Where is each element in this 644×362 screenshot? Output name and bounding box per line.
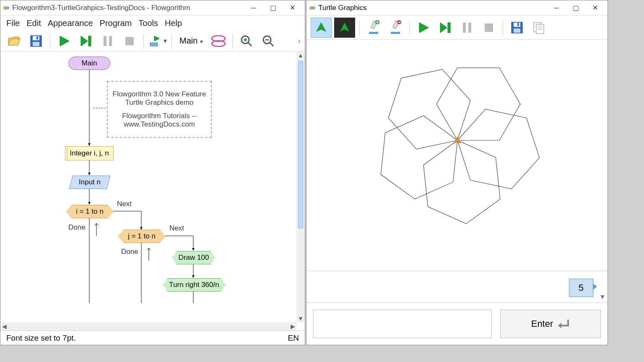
window-title: Flowgorithm3-TurtleGrahpics-TestingDocs …	[3, 4, 190, 12]
open-button[interactable]	[5, 32, 24, 50]
declare-shape[interactable]: Integer i, j, n	[65, 146, 114, 160]
turtle-canvas[interactable]	[306, 40, 608, 271]
output-scroll-down-icon[interactable]: ▼	[597, 271, 608, 303]
terminator-main[interactable]: Main	[68, 57, 110, 70]
turtle-drawing	[306, 40, 608, 241]
app-icon	[3, 5, 10, 11]
minimize-button[interactable]: ─	[247, 3, 260, 13]
svg-rect-5	[36, 36, 38, 39]
turtle-window: Turtle Graphics ─ ▢ ✕	[306, 0, 608, 345]
svg-point-1	[6, 6, 9, 10]
scroll-thumb[interactable]	[298, 61, 303, 228]
close-button[interactable]: ✕	[588, 3, 602, 13]
turtle-light-button[interactable]	[311, 18, 332, 38]
flowgorithm-window: Flowgorithm3-TurtleGrahpics-TestingDocs …	[0, 0, 305, 345]
new-function-button[interactable]	[209, 32, 228, 50]
language-indicator: EN	[288, 334, 299, 343]
titlebar: Flowgorithm3-TurtleGrahpics-TestingDocs …	[0, 0, 305, 16]
loop-j-shape[interactable]: j = 1 to n	[118, 230, 166, 243]
close-button[interactable]: ✕	[286, 3, 299, 13]
svg-rect-7	[104, 36, 106, 46]
svg-rect-45	[514, 23, 520, 27]
menu-program[interactable]: Program	[100, 18, 132, 28]
minimize-button[interactable]: ─	[550, 3, 563, 13]
label-next-1: Next	[117, 200, 132, 208]
save-button[interactable]	[26, 32, 46, 50]
svg-rect-46	[514, 28, 520, 33]
statusbar: Font size set to 7pt. EN	[0, 331, 305, 345]
comment-box[interactable]: Flowgorithm 3.0 New Feature Turtle Graph…	[107, 81, 212, 138]
scroll-right-icon[interactable]: ▶	[289, 323, 296, 330]
turtle-titlebar: Turtle Graphics ─ ▢ ✕	[306, 0, 608, 16]
svg-rect-37	[391, 32, 400, 34]
svg-rect-4	[33, 42, 39, 46]
status-text: Font size set to 7pt.	[6, 334, 76, 343]
scroll-down-icon[interactable]: ▼	[297, 315, 304, 322]
layout-button[interactable]: ▾	[148, 32, 167, 50]
enter-button[interactable]: Enter	[500, 310, 601, 338]
svg-rect-49	[536, 24, 544, 34]
step-button[interactable]	[76, 32, 96, 50]
svg-rect-10	[150, 43, 153, 46]
flowchart-canvas[interactable]: Main Flowgorithm 3.0 New Feature Turtle …	[0, 52, 305, 331]
pen-up-button[interactable]	[386, 19, 405, 36]
svg-rect-6	[88, 36, 91, 46]
turtle-run-button[interactable]	[414, 19, 433, 36]
turtle-step-button[interactable]	[436, 19, 455, 36]
svg-line-19	[270, 43, 273, 46]
output-value: 5	[569, 279, 593, 297]
svg-rect-47	[517, 23, 519, 26]
draw-shape[interactable]: Draw 100	[172, 251, 215, 264]
pen-down-button[interactable]	[364, 19, 383, 36]
menu-edit[interactable]: Edit	[26, 18, 41, 28]
turtle-window-controls: ─ ▢ ✕	[550, 3, 605, 13]
turtle-dark-button[interactable]	[334, 18, 355, 38]
svg-rect-3	[33, 36, 39, 40]
input-shape[interactable]: Input n	[69, 176, 111, 189]
toolbar-overflow-icon[interactable]: ›	[298, 36, 301, 46]
label-next-2: Next	[169, 224, 184, 233]
horizontal-scrollbar[interactable]: ◀ ▶	[0, 322, 296, 331]
menu-help[interactable]: Help	[165, 18, 182, 28]
menu-appearance[interactable]: Appearance	[48, 18, 93, 28]
maximize-button[interactable]: ▢	[266, 3, 280, 13]
turtle-stop-button[interactable]	[479, 19, 499, 36]
svg-rect-8	[109, 36, 112, 46]
menu-tools[interactable]: Tools	[138, 18, 158, 28]
svg-rect-41	[463, 23, 466, 33]
menu-file[interactable]: File	[6, 18, 20, 28]
svg-point-30	[312, 6, 315, 10]
stop-button[interactable]	[120, 32, 139, 50]
turtle-save-button[interactable]	[507, 19, 527, 36]
output-panel: 5 ▼	[306, 271, 608, 303]
window-controls: ─ ▢ ✕	[247, 3, 302, 13]
svg-rect-40	[448, 23, 450, 33]
svg-rect-11	[154, 43, 158, 46]
zoom-in-button[interactable]	[237, 32, 256, 50]
console-input[interactable]	[313, 310, 492, 338]
turn-shape[interactable]: Turn right 360/n	[163, 278, 225, 292]
run-button[interactable]	[55, 32, 74, 50]
svg-rect-43	[485, 23, 493, 32]
maximize-button[interactable]: ▢	[569, 3, 582, 13]
loop-i-shape[interactable]: i = 1 to n	[66, 205, 114, 218]
turtle-toolbar	[306, 16, 608, 40]
svg-rect-32	[369, 32, 378, 34]
svg-rect-42	[468, 23, 471, 33]
scroll-up-icon[interactable]: ▲	[297, 52, 304, 59]
app-icon	[309, 5, 316, 11]
vertical-scrollbar[interactable]: ▲ ▼	[296, 52, 305, 322]
function-selector[interactable]: Main ▾	[176, 36, 206, 46]
turtle-pause-button[interactable]	[457, 19, 477, 36]
toolbar: ▾ Main ▾ ›	[0, 31, 305, 52]
enter-icon	[557, 318, 570, 329]
label-done-2: Done	[121, 248, 138, 256]
scroll-left-icon[interactable]: ◀	[0, 323, 8, 330]
menubar: File Edit Appearance Program Tools Help	[0, 16, 305, 31]
label-done-1: Done	[68, 223, 86, 232]
svg-line-15	[248, 43, 252, 46]
svg-rect-9	[125, 37, 134, 45]
zoom-out-button[interactable]	[259, 32, 278, 50]
pause-button[interactable]	[98, 32, 117, 50]
turtle-copy-button[interactable]	[529, 19, 548, 36]
